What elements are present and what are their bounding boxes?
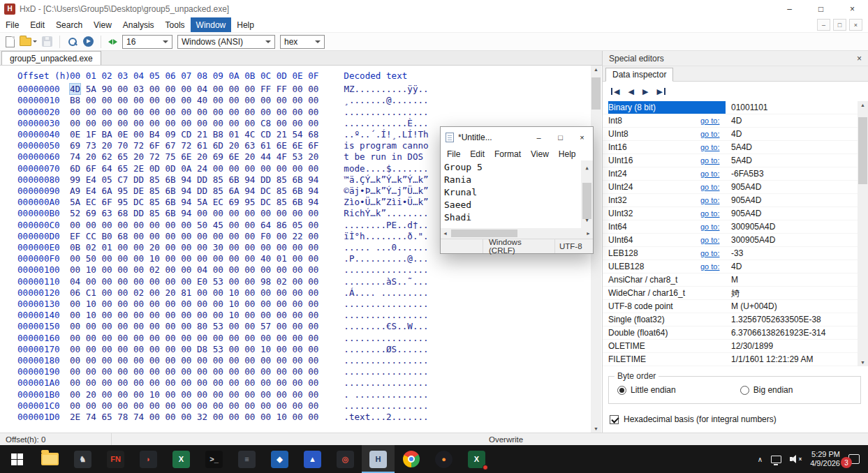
hex-row[interactable]: 0000018000 00 00 00 00 00 00 00 00 00 00… — [17, 355, 590, 366]
inspector-value[interactable]: 5A4D — [726, 156, 858, 165]
scroll-down-icon[interactable]: ▼ — [594, 426, 598, 431]
inspector-value[interactable]: M (U+004D) — [726, 301, 858, 311]
inspector-value[interactable]: -33 — [726, 248, 858, 258]
notepad-horizontal-scrollbar[interactable]: ◄ ► — [441, 228, 593, 239]
inspector-value[interactable]: -6FA5B3 — [726, 169, 858, 179]
hex-decoded[interactable]: ................ — [344, 310, 428, 320]
inspector-value[interactable]: 905A4D — [726, 182, 858, 192]
hex-decoded[interactable]: ................ — [344, 355, 428, 366]
hex-decoded[interactable]: ............È... — [344, 118, 428, 128]
tab-data-inspector[interactable]: Data inspector — [605, 68, 673, 82]
hex-row[interactable]: 00000010B8 00 00 00 00 00 00 00 40 00 00… — [17, 95, 590, 106]
goto-link[interactable]: go to: — [700, 170, 726, 178]
taskbar-chrome-icon[interactable] — [395, 445, 427, 473]
menu-search[interactable]: Search — [50, 17, 88, 32]
volume-muted-icon[interactable]: x — [790, 455, 802, 463]
hex-bytes[interactable]: A9 E4 6A 95 DE 85 6B 94 DD 85 6A 94 DC 8… — [70, 186, 318, 196]
minimize-icon[interactable]: – — [774, 0, 805, 17]
notepad-menu-format[interactable]: Format — [490, 149, 526, 159]
scrollbar-thumb[interactable] — [591, 77, 601, 110]
menu-tools[interactable]: Tools — [160, 17, 191, 32]
inspector-row[interactable]: Int32go to:905A4D — [603, 194, 858, 207]
byte-order-option[interactable]: Big endian — [740, 385, 793, 395]
inspector-value[interactable]: 1.32567052633505E-38 — [726, 315, 858, 324]
hex-bytes[interactable]: 6D 6F 64 65 2E 0D 0D 0A 24 00 00 00 00 0… — [70, 163, 318, 174]
hex-bytes[interactable]: 74 20 62 65 20 72 75 6E 20 69 6E 20 44 4… — [70, 151, 318, 162]
inspector-row[interactable]: Single (float32)1.32567052633505E-38 — [603, 313, 858, 326]
hex-bytes[interactable]: 00 20 00 00 00 10 00 00 00 00 00 00 00 0… — [70, 389, 318, 400]
hex-decoded[interactable]: RichÝ…k”........ — [344, 208, 428, 218]
taskbar-swirl-app-icon[interactable]: ◎ — [329, 445, 362, 473]
scrollbar-thumb[interactable] — [858, 117, 867, 184]
chevron-down-icon[interactable] — [33, 40, 37, 43]
scroll-up-icon[interactable]: ▲ — [585, 162, 588, 174]
hex-decoded[interactable]: ................ — [344, 366, 428, 377]
hex-row[interactable]: 0000011004 00 00 00 00 00 00 00 E0 53 00… — [17, 276, 590, 287]
hex-bytes[interactable]: 2E 74 65 78 74 00 00 00 32 00 00 00 00 1… — [70, 412, 318, 422]
close-icon[interactable]: × — [837, 0, 868, 17]
notepad-text[interactable]: Group 5RaniaKrunalSaeedShadi — [441, 160, 581, 228]
notepad-menu-file[interactable]: File — [442, 149, 465, 159]
hex-decoded[interactable]: is program canno — [344, 140, 428, 151]
save-icon[interactable] — [42, 36, 52, 47]
hex-decoded[interactable]: ™ä.ÇÝ…k”Ý…k”Ý…k” — [344, 174, 428, 185]
start-button[interactable] — [0, 445, 34, 473]
scroll-right-icon[interactable]: ► — [586, 231, 591, 236]
taskbar-excel-icon[interactable]: X — [165, 445, 198, 473]
hex-bytes[interactable]: 4D 5A 90 00 03 00 00 00 04 00 00 00 FF F… — [70, 84, 318, 94]
hex-bytes[interactable]: 00 00 00 00 00 00 00 00 D8 53 00 00 10 0… — [70, 344, 318, 354]
mdi-minimize-icon[interactable]: – — [817, 19, 830, 31]
hex-decoded[interactable]: ................ — [344, 377, 428, 388]
inspector-value[interactable]: 婍 — [726, 287, 858, 299]
inspector-value[interactable]: 5A4D — [726, 142, 858, 152]
hex-bytes[interactable]: 00 10 00 00 00 02 00 00 04 00 00 00 00 0… — [70, 264, 318, 275]
inspector-scrollbar[interactable]: ▲ ▼ — [858, 101, 868, 366]
hex-decoded[interactable]: ¸.......@....... — [344, 95, 428, 105]
inspector-row[interactable]: FILETIME1/1/1601 12:21:29 AM — [603, 353, 858, 366]
scroll-up-icon[interactable]: ▲ — [594, 67, 598, 72]
goto-link[interactable]: go to: — [700, 156, 726, 165]
hex-decoded[interactable]: ................ — [344, 400, 428, 411]
mdi-close-icon[interactable]: × — [849, 19, 862, 31]
menu-analysis[interactable]: Analysis — [117, 17, 160, 32]
hex-row[interactable]: 0000014000 10 00 00 00 00 00 00 00 00 10… — [17, 310, 590, 321]
hex-decoded[interactable]: ..º..´.Í!¸.LÍ!Th — [344, 129, 428, 140]
inspector-value[interactable]: 4D — [726, 129, 858, 139]
hex-decoded[interactable]: MZ..........ÿÿ.. — [344, 84, 428, 94]
taskbar-hxd-taskbar-icon[interactable]: H — [362, 445, 395, 473]
goto-next-button[interactable]: ▶ — [642, 88, 648, 96]
hex-bytes[interactable]: 00 00 00 00 00 00 00 00 00 00 00 00 00 0… — [70, 377, 318, 388]
notepad-window[interactable]: *Untitle... – □ × FileEditFormatViewHelp… — [440, 126, 594, 254]
goto-link[interactable]: go to: — [700, 209, 726, 218]
scrollbar-thumb[interactable] — [582, 183, 591, 219]
inspector-value[interactable]: 300905A4D — [726, 235, 858, 245]
goto-link[interactable]: go to: — [700, 262, 726, 271]
inspector-row[interactable]: UInt16go to:5A4D — [603, 154, 858, 167]
hex-row[interactable]: 0000015000 00 00 00 00 00 00 00 80 53 00… — [17, 321, 590, 332]
menu-window[interactable]: Window — [191, 17, 232, 32]
goto-link[interactable]: go to: — [700, 223, 726, 231]
hex-row[interactable]: 000001D02E 74 65 78 74 00 00 00 32 00 00… — [17, 412, 590, 423]
inspector-row[interactable]: UInt24go to:905A4D — [603, 181, 858, 194]
maximize-icon[interactable]: □ — [550, 127, 571, 147]
hex-bytes[interactable]: 00 10 00 00 00 00 00 00 00 00 10 00 00 0… — [70, 310, 318, 320]
inspector-row[interactable]: Int24go to:-6FA5B3 — [603, 167, 858, 181]
inspector-row[interactable]: UInt64go to:300905A4D — [603, 234, 858, 247]
taskbar-dark-app-icon[interactable]: ≡ — [230, 445, 263, 473]
inspector-row[interactable]: Binary (8 bit)01001101 — [603, 101, 858, 114]
taskbar-fn-app-icon[interactable]: FN — [99, 445, 132, 473]
bytes-per-row-select[interactable]: 16 — [122, 35, 172, 49]
inspector-value[interactable]: 300905A4D — [726, 222, 858, 232]
hex-bytes[interactable]: 69 73 20 70 72 6F 67 72 61 6D 20 63 61 6… — [70, 140, 318, 151]
mdi-restore-icon[interactable]: □ — [833, 19, 846, 31]
inspector-row[interactable]: UTF-8 code pointM (U+004D) — [603, 300, 858, 313]
goto-link[interactable]: go to: — [700, 130, 726, 138]
inspector-row[interactable]: ULEB128go to:4D — [603, 260, 858, 273]
goto-last-button[interactable]: ▶ — [656, 88, 665, 96]
taskbar-bird-app-icon[interactable]: ♞ — [66, 445, 99, 473]
hex-decoded[interactable]: ................ — [344, 333, 428, 343]
hex-row[interactable]: 000001B000 20 00 00 00 10 00 00 00 00 00… — [17, 389, 590, 400]
taskbar-firefox-icon[interactable]: ● — [427, 445, 460, 473]
inspector-value[interactable]: 905A4D — [726, 195, 858, 205]
goto-offset-icon[interactable] — [83, 36, 94, 47]
